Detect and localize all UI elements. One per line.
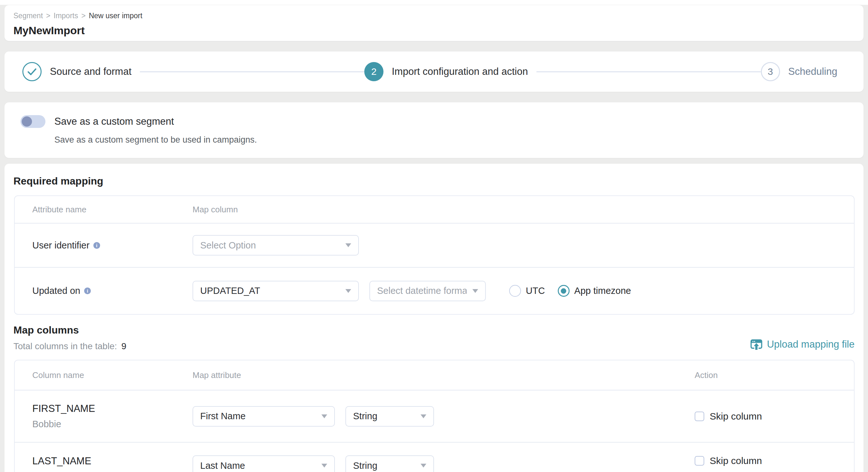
attribute-name-label: User identifier	[32, 240, 90, 251]
timezone-radio-group: UTC App timezone	[509, 285, 631, 297]
breadcrumb-separator: >	[81, 11, 85, 20]
breadcrumb-current: New user import	[89, 11, 142, 20]
table-row-last-name: LAST_NAME Last Name String Skip column	[15, 442, 854, 472]
col-header-action: Action	[695, 370, 854, 380]
chevron-down-icon	[421, 464, 426, 468]
attribute-name-label: Updated on	[32, 286, 80, 296]
map-attribute-select[interactable]: Last Name	[192, 455, 335, 472]
upload-mapping-file-link[interactable]: Upload mapping file	[750, 339, 855, 350]
step-complete-circle	[22, 62, 41, 81]
select-value: UPDATED_AT	[200, 286, 260, 296]
radio-option-utc[interactable]: UTC	[509, 285, 545, 297]
breadcrumb-separator: >	[46, 11, 50, 20]
step-label: Source and format	[50, 66, 131, 77]
breadcrumb-imports[interactable]: Imports	[54, 11, 79, 20]
mapping-card: Required mapping Attribute name Map colu…	[4, 164, 864, 472]
required-mapping-title: Required mapping	[13, 175, 855, 187]
chevron-down-icon	[472, 289, 478, 293]
radio-label: UTC	[526, 286, 545, 296]
check-icon	[23, 62, 41, 81]
stepper: Source and format 2 Import configuration…	[4, 52, 864, 92]
col-header-map-attribute: Map attribute	[192, 370, 695, 380]
total-columns-value: 9	[122, 341, 127, 351]
col-header-column-name: Column name	[32, 370, 192, 380]
table-row-first-name: FIRST_NAME Bobbie First Name String Skip…	[15, 390, 854, 442]
chevron-down-icon	[321, 414, 327, 418]
map-attribute-select[interactable]: First Name	[192, 406, 335, 427]
skip-column-checkbox[interactable]	[695, 412, 704, 421]
upload-icon	[750, 339, 763, 350]
step-label: Import configuration and action	[392, 66, 528, 77]
stepper-connector	[140, 71, 364, 72]
skip-column-label: Skip column	[710, 411, 762, 422]
info-icon[interactable]: i	[84, 287, 91, 294]
step-label: Scheduling	[788, 66, 837, 77]
custom-segment-card: Save as a custom segment Save as a custo…	[4, 102, 864, 158]
skip-column-checkbox[interactable]	[695, 456, 704, 466]
column-sample-value: Bobbie	[32, 419, 192, 430]
radio-option-app-timezone[interactable]: App timezone	[558, 285, 631, 297]
radio-unselected-icon	[509, 285, 521, 297]
toggle-knob	[22, 117, 32, 127]
table-header-row: Attribute name Map column	[15, 196, 854, 223]
upload-link-label: Upload mapping file	[767, 339, 855, 350]
toggle-description: Save as a custom segment to be used in c…	[54, 135, 855, 145]
table-row: User identifier i Select Option	[15, 223, 854, 267]
step-active-circle: 2	[364, 62, 383, 81]
step-upcoming-circle: 3	[761, 62, 780, 81]
column-name: LAST_NAME	[32, 455, 192, 467]
step-import-configuration[interactable]: 2 Import configuration and action	[364, 62, 536, 81]
column-name: FIRST_NAME	[32, 403, 192, 414]
info-icon[interactable]: i	[93, 242, 100, 249]
total-columns-line: Total columns in the table: 9	[13, 341, 126, 351]
map-columns-title: Map columns	[13, 324, 126, 336]
updated-on-column-select[interactable]: UPDATED_AT	[192, 281, 359, 301]
select-placeholder: Select datetime format	[377, 286, 467, 296]
table-header-row: Column name Map attribute Action	[15, 360, 854, 390]
datetime-format-select[interactable]: Select datetime format	[369, 281, 486, 301]
page-header-card: Segment > Imports > New user import MyNe…	[4, 5, 864, 41]
user-identifier-select[interactable]: Select Option	[192, 235, 359, 255]
data-type-select[interactable]: String	[345, 455, 434, 472]
radio-selected-icon	[558, 285, 569, 297]
toggle-label: Save as a custom segment	[54, 116, 174, 127]
breadcrumb: Segment > Imports > New user import	[13, 11, 855, 20]
save-as-segment-toggle[interactable]	[21, 115, 45, 128]
chevron-down-icon	[345, 243, 351, 247]
required-mapping-table: Attribute name Map column User identifie…	[14, 195, 855, 315]
data-type-select[interactable]: String	[345, 406, 434, 427]
select-value: String	[353, 461, 377, 471]
total-columns-label: Total columns in the table:	[13, 341, 117, 351]
page-title: MyNewImport	[13, 24, 855, 37]
top-strip	[0, 0, 868, 5]
col-header-map-column: Map column	[192, 204, 854, 215]
stepper-connector	[536, 71, 761, 72]
select-placeholder: Select Option	[200, 240, 256, 251]
col-header-attribute-name: Attribute name	[32, 204, 192, 215]
select-value: First Name	[200, 411, 246, 421]
table-row: Updated on i UPDATED_AT Select datetime …	[15, 267, 854, 314]
radio-label: App timezone	[575, 286, 631, 296]
chevron-down-icon	[321, 464, 327, 468]
map-columns-table: Column name Map attribute Action FIRST_N…	[14, 360, 855, 472]
chevron-down-icon	[421, 414, 426, 418]
select-value: Last Name	[200, 461, 245, 471]
step-scheduling[interactable]: 3 Scheduling	[761, 62, 846, 81]
step-source-and-format[interactable]: Source and format	[22, 62, 140, 81]
select-value: String	[353, 411, 377, 421]
breadcrumb-segment[interactable]: Segment	[13, 11, 43, 20]
chevron-down-icon	[345, 289, 351, 293]
skip-column-label: Skip column	[710, 455, 762, 466]
